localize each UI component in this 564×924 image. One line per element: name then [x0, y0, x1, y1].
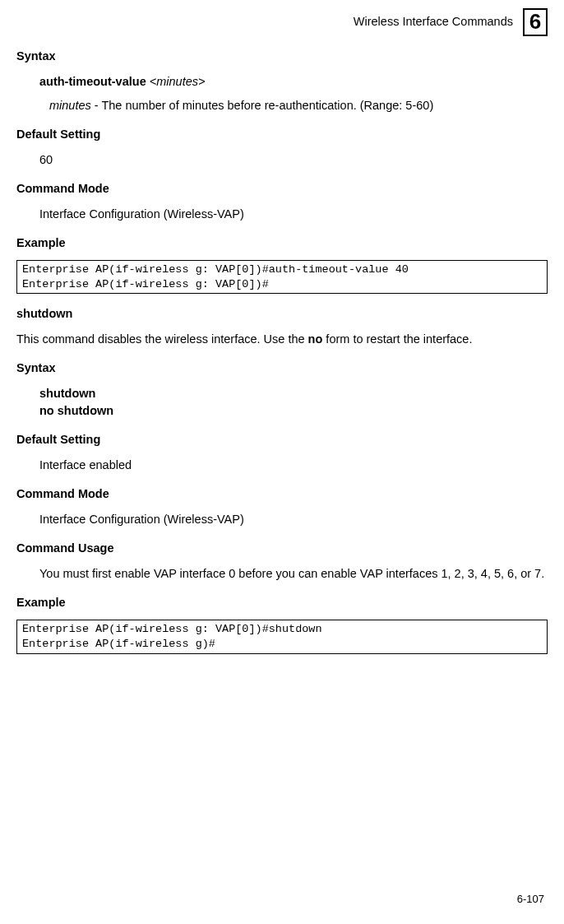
default-setting-value-1: 60 [39, 151, 548, 169]
shutdown-desc-b: form to restart the interface. [322, 332, 472, 346]
param-desc-text: - The number of minutes before re-authen… [91, 99, 433, 112]
example-code-1: Enterprise AP(if-wireless g: VAP[0])#aut… [16, 260, 548, 294]
command-mode-heading-2: Command Mode [16, 485, 548, 503]
command-usage-value: You must first enable VAP interface 0 be… [39, 565, 548, 583]
shutdown-heading: shutdown [16, 305, 548, 323]
command-keyword: auth-timeout-value [39, 75, 150, 88]
syntax-heading-2: Syntax [16, 360, 548, 377]
chapter-badge: 6 [523, 8, 548, 36]
shutdown-desc-a: This command disables the wireless inter… [16, 332, 308, 346]
page-header: Wireless Interface Commands 6 [16, 8, 548, 36]
syntax-block-2: shutdown no shutdown [39, 385, 548, 420]
param-name: minutes [49, 99, 91, 112]
syntax-line-shutdown: shutdown [39, 385, 548, 402]
header-title: Wireless Interface Commands [354, 13, 513, 30]
command-arg: <minutes> [150, 75, 206, 88]
default-setting-value-2: Interface enabled [39, 457, 548, 474]
example-heading-1: Example [16, 234, 548, 252]
page-number: 6-107 [517, 892, 544, 908]
example-heading-2: Example [16, 594, 548, 611]
command-mode-value-2: Interface Configuration (Wireless-VAP) [39, 511, 548, 528]
example-code-2: Enterprise AP(if-wireless g: VAP[0])#shu… [16, 620, 548, 653]
shutdown-desc-bold: no [308, 332, 323, 346]
command-mode-value-1: Interface Configuration (Wireless-VAP) [39, 206, 548, 223]
command-mode-heading-1: Command Mode [16, 180, 548, 197]
shutdown-description: This command disables the wireless inter… [16, 331, 548, 348]
default-setting-heading-2: Default Setting [16, 431, 548, 448]
syntax-command-line: auth-timeout-value <minutes> [39, 73, 548, 91]
syntax-line-no-shutdown: no shutdown [39, 402, 548, 420]
param-description: minutes - The number of minutes before r… [49, 97, 548, 114]
syntax-heading-1: Syntax [16, 48, 548, 65]
default-setting-heading-1: Default Setting [16, 126, 548, 143]
command-usage-heading: Command Usage [16, 540, 548, 557]
